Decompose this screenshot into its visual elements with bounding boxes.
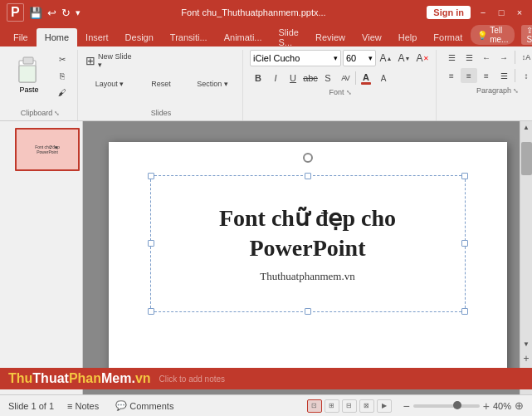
para-divider-1 [515, 51, 515, 64]
layout-button[interactable]: Layout ▾ [85, 73, 134, 95]
text-box[interactable]: Font chữ đẹp choPowerPoint Thuthuatphanm… [150, 175, 466, 312]
align-center-button[interactable]: ≡ [461, 68, 477, 83]
presenter-view-button[interactable]: ⊠ [359, 399, 374, 413]
numbered-button[interactable]: ☰ [461, 50, 477, 65]
font-group: iCiel Cucho ▾ 60 ▾ A▲ A▼ A✕ B I U abc S … [245, 50, 437, 120]
reset-button[interactable]: Reset [136, 73, 186, 95]
clear-formatting-button[interactable]: A✕ [414, 50, 431, 66]
align-right-button[interactable]: ≡ [478, 68, 495, 83]
font-expand-icon[interactable]: ⤡ [346, 89, 352, 96]
restore-button[interactable]: □ [495, 7, 507, 18]
tab-insert[interactable]: Insert [77, 28, 117, 46]
slide-show-button[interactable]: ▶ [377, 399, 392, 413]
main-area: Font chữ đẹp choPowerPoint Thuthuatphanm… [83, 121, 532, 394]
svg-rect-1 [23, 57, 33, 64]
tab-slideshow[interactable]: Slide S... [271, 28, 307, 46]
redo-icon[interactable]: ↻ [61, 7, 71, 19]
zoom-in-button[interactable]: + [483, 399, 490, 413]
para-list-row: ☰ ☰ ← → ↕A ⤵ [443, 50, 532, 65]
slides-buttons: ⊞ New Slide ▾ Layout ▾ Reset Section ▾ [85, 50, 237, 95]
text-direction-button[interactable]: ↕A [518, 50, 532, 65]
resize-handle-bottom-center[interactable] [305, 308, 311, 315]
ribbon: Paste ✂ ⎘ 🖌 Clipboard ⤡ ⊞ New Slide ▾ La… [0, 46, 532, 121]
new-slide-button[interactable]: ⊞ New Slide ▾ [85, 50, 134, 71]
font-name-select[interactable]: iCiel Cucho ▾ [250, 50, 341, 66]
save-icon[interactable]: 💾 [29, 7, 42, 19]
rotate-handle[interactable] [301, 151, 315, 164]
undo-icon[interactable]: ↩ [47, 7, 56, 19]
tab-design[interactable]: Design [117, 28, 162, 46]
resize-handle-top-right[interactable] [461, 173, 468, 179]
notes-label: Notes [75, 401, 99, 411]
watermark-phan: Phan [69, 371, 101, 386]
fit-page-button[interactable]: ⊕ [515, 399, 524, 412]
share-button[interactable]: ⇪ Share [521, 25, 532, 45]
tell-me-input[interactable]: 💡 Tell me... [471, 25, 515, 45]
bold-button[interactable]: B [250, 70, 266, 86]
paragraph-label: Paragraph ⤡ [443, 86, 532, 95]
font-label: Font ⤡ [250, 88, 431, 96]
resize-handle-bottom-right[interactable] [461, 308, 468, 315]
zoom-out-button[interactable]: − [403, 399, 410, 413]
increase-indent-button[interactable]: → [495, 50, 512, 65]
slide-panel: 1 Font chữ đẹpPowerPoint [0, 121, 83, 394]
sign-in-button[interactable]: Sign in [427, 6, 471, 19]
scroll-thumb[interactable] [521, 142, 532, 175]
slide-thumbnail-1[interactable]: 1 Font chữ đẹpPowerPoint [3, 128, 79, 171]
paste-button[interactable]: Paste [8, 50, 50, 100]
resize-handle-top-left[interactable] [148, 173, 154, 179]
resize-handle-top-center[interactable] [305, 173, 311, 179]
normal-view-button[interactable]: ⊡ [307, 399, 322, 413]
decrease-font-size-button[interactable]: A▼ [396, 50, 412, 66]
clipboard-expand-icon[interactable]: ⤡ [54, 110, 60, 117]
scroll-down-button[interactable]: ▼ [520, 338, 533, 350]
justify-button[interactable]: ☰ [495, 68, 512, 83]
tab-transitions[interactable]: Transiti... [162, 28, 216, 46]
tab-view[interactable]: View [354, 28, 390, 46]
minimize-button[interactable]: − [477, 7, 489, 18]
decrease-indent-button[interactable]: ← [478, 50, 495, 65]
resize-handle-middle-left[interactable] [148, 240, 154, 247]
tab-review[interactable]: Review [307, 28, 354, 46]
font-size-select[interactable]: 60 ▾ [343, 50, 376, 66]
resize-handle-bottom-left[interactable] [148, 308, 154, 315]
slide-sorter-button[interactable]: ⊞ [325, 399, 339, 413]
scroll-up-button[interactable]: ▲ [520, 121, 533, 134]
increase-font-size-button[interactable]: A▲ [378, 50, 394, 66]
close-button[interactable]: × [514, 7, 525, 18]
reading-view-button[interactable]: ⊟ [342, 399, 357, 413]
scroll-track[interactable] [520, 134, 532, 338]
line-spacing-button[interactable]: ↕ [518, 68, 532, 83]
underline-button[interactable]: U [285, 70, 301, 86]
font-color-button[interactable]: A [358, 70, 374, 86]
svg-rect-2 [19, 66, 36, 82]
paragraph-expand-icon[interactable]: ⤡ [513, 87, 519, 95]
comments-icon: 💬 [115, 400, 127, 411]
zoom-slider[interactable] [413, 404, 480, 408]
zoom-in-scroll-button[interactable]: + [520, 352, 533, 365]
paste-icon [14, 54, 44, 84]
tab-animations[interactable]: Animati... [216, 28, 271, 46]
align-left-button[interactable]: ≡ [443, 68, 460, 83]
tab-format[interactable]: Format [425, 28, 471, 46]
slide-canvas[interactable]: Font chữ đẹp choPowerPoint Thuthuatphanm… [109, 142, 507, 374]
tab-file[interactable]: File [5, 28, 37, 46]
italic-button[interactable]: I [267, 70, 284, 86]
font-highlight-button[interactable]: A [375, 70, 392, 86]
tab-home[interactable]: Home [37, 28, 77, 46]
resize-handle-middle-right[interactable] [461, 240, 468, 247]
rotate-circle-icon [303, 153, 313, 163]
slide-info: Slide 1 of 1 [8, 401, 54, 411]
char-spacing-button[interactable]: AV [337, 70, 354, 86]
strikethrough-button[interactable]: abc [302, 70, 319, 86]
copy-button[interactable]: ⎘ [52, 68, 72, 83]
cut-button[interactable]: ✂ [52, 51, 72, 66]
bullets-button[interactable]: ☰ [443, 50, 460, 65]
comments-button[interactable]: 💬 Comments [112, 399, 177, 412]
format-painter-button[interactable]: 🖌 [52, 85, 72, 100]
font-divider [355, 71, 356, 85]
text-shadow-button[interactable]: S [320, 70, 336, 86]
section-button[interactable]: Section ▾ [188, 73, 237, 95]
notes-button[interactable]: ≡ Notes [64, 400, 102, 412]
tab-help[interactable]: Help [390, 28, 426, 46]
